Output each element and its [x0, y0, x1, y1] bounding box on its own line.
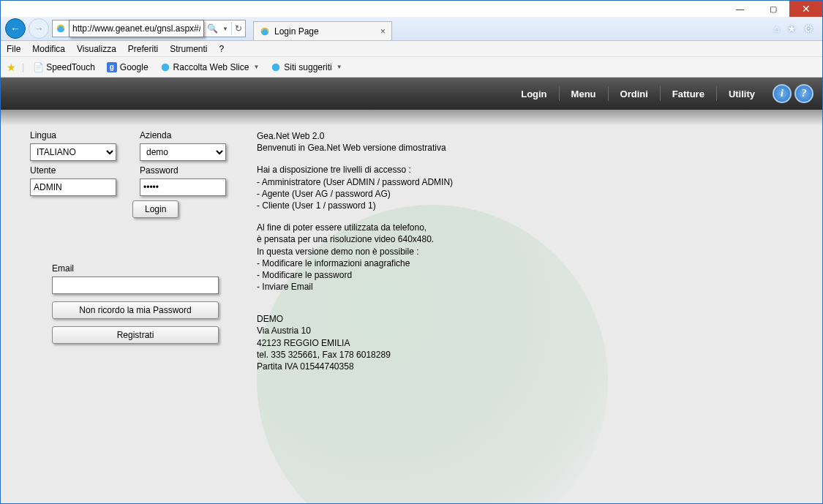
azienda-select[interactable]: demo	[140, 143, 226, 161]
svg-point-2	[161, 63, 169, 71]
search-icon[interactable]: 🔍	[207, 23, 218, 34]
password-label: Password	[140, 165, 226, 176]
help-icon[interactable]: ?	[794, 84, 813, 103]
chevron-down-icon: ▼	[337, 64, 342, 70]
tab-title: Login Page	[274, 26, 319, 37]
login-form: Lingua ITALIANO Azienda demo Utente Pass…	[30, 130, 235, 344]
browser-tab[interactable]: Login Page ×	[253, 21, 392, 40]
back-button[interactable]: ←	[5, 18, 26, 39]
ie-icon	[260, 26, 270, 37]
info-text: Gea.Net Web 2.0 Benvenuti in Gea.Net Web…	[257, 130, 666, 383]
fav-raccolta[interactable]: Raccolta Web Slice ▼	[157, 61, 263, 74]
utente-input[interactable]	[30, 178, 116, 196]
info-icon[interactable]: i	[773, 84, 792, 103]
lingua-select[interactable]: ITALIANO	[30, 143, 116, 161]
window-minimize[interactable]: —	[724, 1, 756, 17]
app-topnav: Login Menu Ordini Fatture Utility i ?	[1, 78, 822, 110]
favorites-icon[interactable]: ★	[787, 23, 797, 34]
fav-speedtouch[interactable]: 📄 SpeedTouch	[30, 61, 98, 74]
email-input[interactable]	[52, 277, 219, 294]
password-input[interactable]	[140, 178, 226, 196]
nav-ordini[interactable]: Ordini	[608, 86, 660, 101]
favorites-bar: ★ | 📄 SpeedTouch g Google Raccolta Web S…	[1, 57, 822, 78]
add-favorite-icon[interactable]: ★	[7, 61, 16, 73]
forward-button[interactable]: →	[29, 18, 49, 39]
menu-modifica[interactable]: Modifica	[32, 44, 65, 54]
menu-strumenti[interactable]: Strumenti	[170, 44, 207, 54]
menu-file[interactable]: File	[7, 44, 20, 54]
menu-preferiti[interactable]: Preferiti	[128, 44, 158, 54]
nav-utility[interactable]: Utility	[716, 86, 767, 101]
gear-icon[interactable]: ⚙	[804, 23, 813, 34]
nav-menu[interactable]: Menu	[559, 86, 608, 101]
tab-close-icon[interactable]: ×	[380, 26, 386, 37]
chevron-down-icon: ▼	[253, 64, 259, 70]
page-content: Lingua ITALIANO Azienda demo Utente Pass…	[1, 110, 822, 503]
window-maximize[interactable]: ▢	[756, 1, 789, 17]
window-close[interactable]: ✕	[789, 1, 822, 17]
browser-nav-bar: ← → 🔍 ▼ ↻ Login Page × ⌂ ★ ⚙	[1, 17, 822, 41]
login-button[interactable]: Login	[132, 200, 178, 218]
email-label: Email	[52, 263, 74, 274]
azienda-label: Azienda	[140, 130, 226, 140]
register-button[interactable]: Registrati	[52, 326, 219, 344]
svg-point-3	[272, 63, 280, 71]
lingua-label: Lingua	[30, 130, 116, 140]
refresh-icon[interactable]: ↻	[235, 23, 242, 34]
menu-visualizza[interactable]: Visualizza	[77, 44, 116, 54]
fav-siti[interactable]: Siti suggeriti ▼	[268, 61, 345, 74]
nav-fatture[interactable]: Fatture	[660, 86, 716, 101]
ie-icon	[271, 62, 281, 72]
address-bar[interactable]: 🔍 ▼ ↻	[52, 20, 246, 37]
home-icon[interactable]: ⌂	[774, 23, 780, 34]
fav-google[interactable]: g Google	[104, 61, 151, 74]
ie-icon	[160, 62, 170, 72]
nav-login[interactable]: Login	[509, 86, 558, 101]
google-icon: g	[107, 62, 117, 72]
url-input[interactable]	[69, 20, 204, 37]
menu-help[interactable]: ?	[219, 44, 225, 54]
browser-menubar: File Modifica Visualizza Preferiti Strum…	[1, 41, 822, 57]
page-icon: 📄	[33, 62, 43, 72]
url-dropdown-icon[interactable]: ▼	[222, 26, 228, 32]
ie-icon	[56, 23, 66, 34]
window-titlebar: — ▢ ✕	[1, 1, 822, 17]
forgot-password-button[interactable]: Non ricordo la mia Password	[52, 301, 219, 319]
utente-label: Utente	[30, 165, 116, 176]
